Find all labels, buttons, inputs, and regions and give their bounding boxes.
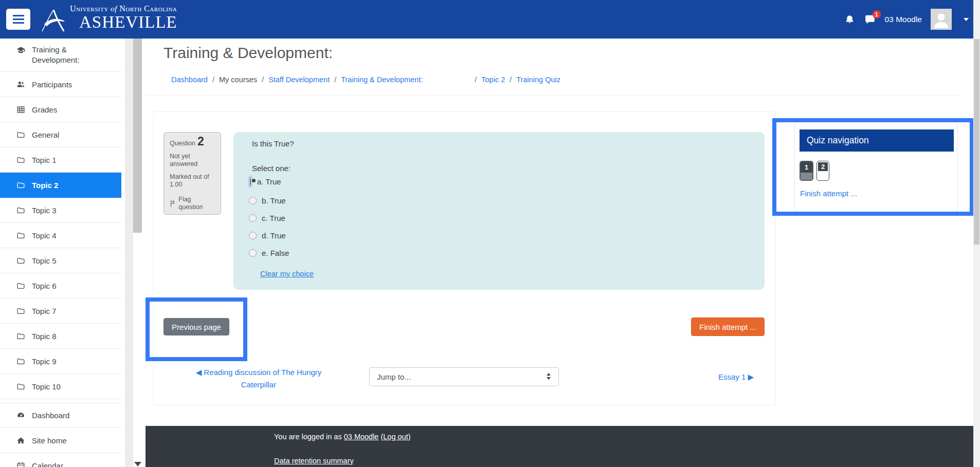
sidebar-item-site-home[interactable]: Site home xyxy=(0,428,121,453)
question-info-box: Question2 Not yet answered Marked out of… xyxy=(164,132,221,215)
graduation-cap-icon xyxy=(16,46,25,54)
unca-logo[interactable]: University of North Carolina ASHEVILLE xyxy=(39,4,177,35)
data-retention-link[interactable]: Data retention summary xyxy=(274,457,354,465)
finish-attempt-button[interactable]: Finish attempt ... xyxy=(691,317,765,336)
next-arrow-icon: ▶ xyxy=(748,372,754,381)
messages-button[interactable]: 1 xyxy=(864,14,876,25)
dashboard-icon xyxy=(16,411,25,420)
sidebar-item-topic-9[interactable]: Topic 9 xyxy=(0,349,121,374)
page-scrollbar-track[interactable] xyxy=(973,0,980,467)
sidebar-scrollbar-track[interactable] xyxy=(125,39,133,467)
breadcrumb-training-quiz[interactable]: Training Quiz xyxy=(516,76,560,84)
breadcrumb-topic-2[interactable]: Topic 2 xyxy=(481,76,505,84)
sidebar-item-topic-4[interactable]: Topic 4 xyxy=(0,223,121,248)
radio-icon[interactable] xyxy=(249,214,257,222)
top-navbar: University of North Carolina ASHEVILLE 1… xyxy=(0,0,980,39)
sidebar-scrollbar-thumb[interactable] xyxy=(133,39,142,233)
answer-option-a[interactable]: a. True xyxy=(249,176,281,187)
sidebar-item-dashboard[interactable]: Dashboard xyxy=(0,403,121,428)
question-text: Is this True? xyxy=(252,139,294,148)
previous-activity-link[interactable]: ◀ Reading discussion of The Hungry Cater… xyxy=(189,366,328,391)
jump-to-select[interactable]: Jump to... xyxy=(369,367,559,386)
brand-line1: University of North Carolina xyxy=(70,4,177,13)
sidebar-item-calendar[interactable]: Calendar xyxy=(0,453,121,467)
folder-icon xyxy=(16,307,25,315)
footer: You are logged in as 03 Moodle (Log out)… xyxy=(146,426,973,467)
quiz-nav-question-1-button[interactable]: 1 xyxy=(800,161,813,181)
sidebar-item-topic-3[interactable]: Topic 3 xyxy=(0,198,121,223)
breadcrumb: Dashboard / My courses / Staff Developme… xyxy=(171,76,560,84)
quiz-nav-question-2-button[interactable]: 2 xyxy=(816,161,829,181)
question-marks: Marked out of xyxy=(170,173,209,180)
folder-icon xyxy=(16,130,25,139)
bell-icon xyxy=(844,14,855,25)
select-one-prompt: Select one: xyxy=(252,164,291,173)
radio-checked-icon[interactable] xyxy=(250,177,251,186)
radio-icon[interactable] xyxy=(249,232,257,239)
question-state: Not yet answered xyxy=(170,153,215,169)
breadcrumb-staff-development[interactable]: Staff Development xyxy=(268,76,330,84)
folder-icon xyxy=(16,231,25,240)
sidebar-item-topic-7[interactable]: Topic 7 xyxy=(0,298,121,324)
users-icon xyxy=(16,80,25,89)
sidebar-item-grades[interactable]: Grades xyxy=(0,97,121,122)
hamburger-icon xyxy=(13,15,24,16)
sidebar-item-training-development[interactable]: Training & Development: xyxy=(0,39,121,72)
user-menu-caret-icon[interactable] xyxy=(964,18,969,21)
moodle-quiz-page: University of North Carolina ASHEVILLE 1… xyxy=(0,0,980,467)
calendar-icon xyxy=(16,461,25,467)
folder-icon xyxy=(16,332,25,341)
folder-icon xyxy=(16,256,25,265)
next-activity-link[interactable]: Essay 1 ▶ xyxy=(718,372,754,382)
user-name: 03 Moodle xyxy=(885,15,922,24)
nav-drawer: Training & Development: Participants Gra… xyxy=(0,39,121,467)
breadcrumb-training-development[interactable]: Training & Development: xyxy=(341,76,423,84)
sidebar-item-topic-5[interactable]: Topic 5 xyxy=(0,248,121,273)
sidebar-item-topic-2[interactable]: Topic 2 xyxy=(0,173,121,198)
clear-my-choice-link[interactable]: Clear my choice xyxy=(260,270,314,278)
message-count-badge: 1 xyxy=(873,10,881,18)
question-formulation: Is this True? Select one: a. True b. Tru… xyxy=(233,132,765,290)
question-label: Question xyxy=(170,140,195,147)
person-icon xyxy=(931,9,952,30)
logout-link[interactable]: (Log out) xyxy=(380,433,410,441)
avatar[interactable] xyxy=(931,9,952,30)
scroll-down-arrow-icon[interactable] xyxy=(134,462,141,466)
home-icon xyxy=(16,436,25,445)
quiz-navigation-block: Quiz navigation 1 2 Finish attempt ... xyxy=(794,121,958,213)
finish-attempt-link[interactable]: Finish attempt ... xyxy=(800,189,857,198)
sidebar-item-topic-8[interactable]: Topic 8 xyxy=(0,324,121,349)
prev-arrow-icon: ◀ xyxy=(196,368,202,377)
flag-icon xyxy=(170,200,176,208)
previous-page-button[interactable]: Previous page xyxy=(164,318,229,335)
page-title: Training & Development: xyxy=(164,44,333,62)
logged-in-text: You are logged in as xyxy=(274,433,342,441)
answer-option-b[interactable]: b. True xyxy=(249,196,286,205)
menu-toggle-button[interactable] xyxy=(6,9,30,30)
sidebar-item-topic-6[interactable]: Topic 6 xyxy=(0,273,121,298)
footer-user-link[interactable]: 03 Moodle xyxy=(344,433,379,441)
folder-icon xyxy=(16,357,25,366)
breadcrumb-my-courses: My courses xyxy=(219,76,257,84)
quiz-attempt-region: Question2 Not yet answered Marked out of… xyxy=(153,111,775,405)
quiz-navigation-title: Quiz navigation xyxy=(800,129,954,152)
sidebar-item-topic-1[interactable]: Topic 1 xyxy=(0,147,121,173)
answer-option-d[interactable]: d. True xyxy=(249,231,286,240)
breadcrumb-dashboard[interactable]: Dashboard xyxy=(171,76,208,84)
notifications-button[interactable] xyxy=(844,14,855,25)
unca-logo-mark xyxy=(39,6,66,35)
folder-icon xyxy=(16,282,25,290)
answer-option-e[interactable]: e. False xyxy=(249,249,289,257)
radio-icon[interactable] xyxy=(249,197,257,204)
flag-question-link[interactable]: Flag question xyxy=(170,196,215,212)
answer-option-c[interactable]: c. True xyxy=(249,214,285,222)
radio-icon[interactable] xyxy=(249,249,257,257)
brand-line2: ASHEVILLE xyxy=(79,13,177,31)
page-scrollbar-thumb[interactable] xyxy=(974,39,979,245)
folder-icon xyxy=(16,382,25,391)
sidebar-item-participants[interactable]: Participants xyxy=(0,72,121,97)
sidebar-item-general[interactable]: General xyxy=(0,122,121,147)
sidebar-item-topic-10[interactable]: Topic 10 xyxy=(0,374,121,399)
question-number: 2 xyxy=(197,135,204,148)
folder-icon xyxy=(16,156,25,164)
